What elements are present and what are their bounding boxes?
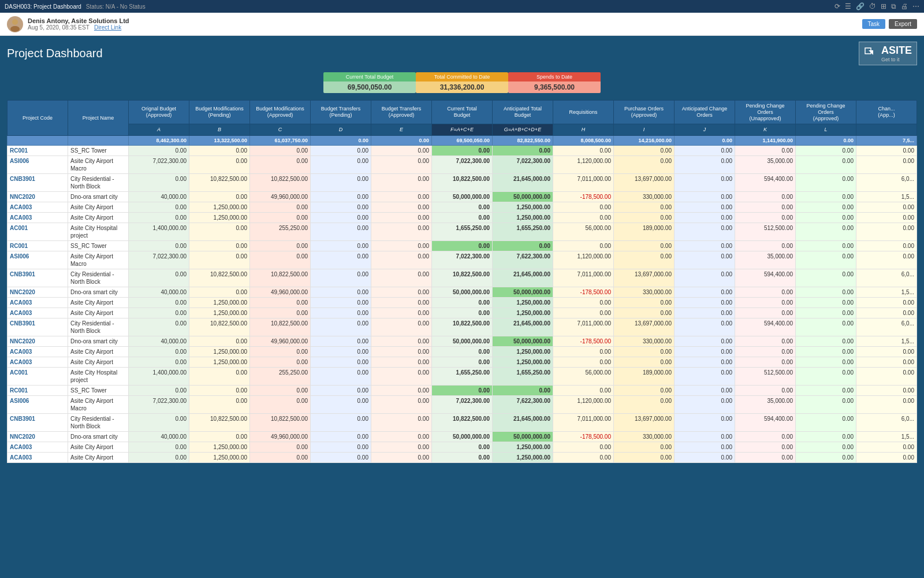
cell-L: 0.00 <box>796 357 856 368</box>
cell-K: 0.00 <box>735 308 796 318</box>
more-icon[interactable]: ⋯ <box>912 2 919 10</box>
cell-M: 0.00 <box>856 251 917 269</box>
cell-L: 0.00 <box>796 318 856 336</box>
table-row: ACA003Asite City Airport0.001,250,000.00… <box>8 442 917 453</box>
cell-G: 0.00 <box>493 386 553 396</box>
cell-project-code[interactable]: NNC2020 <box>8 287 68 298</box>
cell-L: 0.00 <box>796 336 856 347</box>
cell-H: 56,000.00 <box>553 368 614 386</box>
cell-project-code[interactable]: RC001 <box>8 146 68 156</box>
card-committed: Total Committed to Date 31,336,200.00 <box>416 70 508 95</box>
cell-H: -178,500.00 <box>553 287 614 298</box>
cell-project-code[interactable]: ACA003 <box>8 213 68 223</box>
cell-project-code[interactable]: NNC2020 <box>8 192 68 202</box>
cell-project-code[interactable]: RC001 <box>8 241 68 251</box>
cell-project-code[interactable]: AC001 <box>8 368 68 386</box>
cell-F: 0.00 <box>432 298 493 308</box>
task-button[interactable]: Task <box>862 19 886 29</box>
cell-project-code[interactable]: ACA003 <box>8 298 68 308</box>
cell-project-code[interactable]: ASI006 <box>8 396 68 414</box>
cell-L: 0.00 <box>796 202 856 213</box>
asite-tagline: Get to it <box>881 57 912 62</box>
cell-I: 0.00 <box>614 241 675 251</box>
cell-project-code[interactable]: ACA003 <box>8 347 68 357</box>
cell-G: 1,655,250.00 <box>493 368 553 386</box>
card-orange-label: Total Committed to Date <box>416 72 508 81</box>
table-row: RC001SS_RC Tower0.000.000.000.000.000.00… <box>8 386 917 396</box>
cell-project-code[interactable]: AC001 <box>8 223 68 241</box>
cell-project-name: Asite City Hospital project <box>68 368 129 386</box>
cell-M: 0.00 <box>856 146 917 156</box>
table-container[interactable]: Project Code Project Name Orignal Budget… <box>7 100 917 463</box>
asite-logo-text-block: ASITE Get to it <box>881 45 912 62</box>
clock-icon[interactable]: ⏱ <box>869 2 876 10</box>
cell-A: 0.00 <box>129 453 189 463</box>
cell-L: 0.00 <box>796 414 856 432</box>
cell-project-code[interactable]: RC001 <box>8 386 68 396</box>
copy-icon[interactable]: ⧉ <box>891 2 896 10</box>
cell-project-code[interactable]: ACA003 <box>8 202 68 213</box>
cell-project-code[interactable]: NNC2020 <box>8 336 68 347</box>
cell-project-name: City Residential - North Block <box>68 174 129 192</box>
grid-icon[interactable]: ⊞ <box>881 2 886 10</box>
print-icon[interactable]: 🖨 <box>901 2 908 10</box>
th-letter-A: A <box>129 124 189 136</box>
cell-F: 0.00 <box>432 442 493 453</box>
cell-G: 21,645,000.00 <box>493 414 553 432</box>
cell-I: 0.00 <box>614 386 675 396</box>
top-bar: DASH003: Project Dashboard Status: N/A -… <box>0 0 924 13</box>
cell-project-code[interactable]: ACA003 <box>8 357 68 368</box>
cell-B: 1,250,000.00 <box>189 213 250 223</box>
refresh-icon[interactable]: ⟳ <box>834 2 840 10</box>
cell-D: 0.00 <box>311 386 371 396</box>
list-icon[interactable]: ☰ <box>845 2 851 10</box>
cell-I: 0.00 <box>614 251 675 269</box>
cell-project-name: Asite City Airport Macro <box>68 156 129 174</box>
user-date: Aug 5, 2020, 08:35 EST Direct Link <box>28 24 129 31</box>
cell-I: 13,697,000.00 <box>614 269 675 287</box>
cell-project-code[interactable]: ACA003 <box>8 442 68 453</box>
cell-project-code[interactable]: ASI006 <box>8 251 68 269</box>
cell-H: 0.00 <box>553 146 614 156</box>
cell-K: 594,400.00 <box>735 174 796 192</box>
link-icon[interactable]: 🔗 <box>856 2 865 10</box>
user-name: Denis Antony, Asite Solutions Ltd <box>28 17 129 24</box>
cell-project-code[interactable]: ASI006 <box>8 156 68 174</box>
asite-logo-icon <box>864 47 878 61</box>
cell-project-name: City Residential - North Block <box>68 318 129 336</box>
cell-E: 0.00 <box>371 432 432 442</box>
cell-A: 40,000.00 <box>129 192 189 202</box>
th-budget-trans-pending: Budget Transfers(Pending) <box>311 101 371 124</box>
cell-project-code[interactable]: ACA003 <box>8 308 68 318</box>
cell-L: 0.00 <box>796 223 856 241</box>
export-button[interactable]: Export <box>889 19 917 29</box>
direct-link-btn[interactable]: Direct Link <box>94 24 121 31</box>
cell-K: 35,000.00 <box>735 396 796 414</box>
cell-project-name: Asite City Airport <box>68 357 129 368</box>
cell-A: 0.00 <box>129 202 189 213</box>
cell-G: 0.00 <box>493 241 553 251</box>
cell-L: 0.00 <box>796 241 856 251</box>
cell-J: 0.00 <box>675 192 735 202</box>
cell-project-code[interactable]: CNB3901 <box>8 174 68 192</box>
cell-K: 0.00 <box>735 442 796 453</box>
cell-G: 7,022,300.00 <box>493 156 553 174</box>
th-letter-M <box>856 124 917 136</box>
cell-project-code[interactable]: ACA003 <box>8 453 68 463</box>
cell-D: 0.00 <box>311 269 371 287</box>
th-pending-change-app: Pending Change Orders(Approved) <box>796 101 856 124</box>
cell-H: 1,120,000.00 <box>553 251 614 269</box>
cell-project-code[interactable]: CNB3901 <box>8 414 68 432</box>
cell-F: 0.00 <box>432 386 493 396</box>
table-body: 8,462,300.00 13,322,500.00 61,037,750.00… <box>8 136 917 463</box>
cell-K: 0.00 <box>735 298 796 308</box>
cell-project-code[interactable]: CNB3901 <box>8 318 68 336</box>
card-green-value: 69,500,050.00 <box>323 81 416 93</box>
cell-I: 330,000.00 <box>614 336 675 347</box>
cell-B: 0.00 <box>189 287 250 298</box>
cell-D: 0.00 <box>311 368 371 386</box>
cell-project-name: Asite City Airport Macro <box>68 396 129 414</box>
cell-project-code[interactable]: CNB3901 <box>8 269 68 287</box>
cell-J: 0.00 <box>675 396 735 414</box>
cell-project-code[interactable]: NNC2020 <box>8 432 68 442</box>
